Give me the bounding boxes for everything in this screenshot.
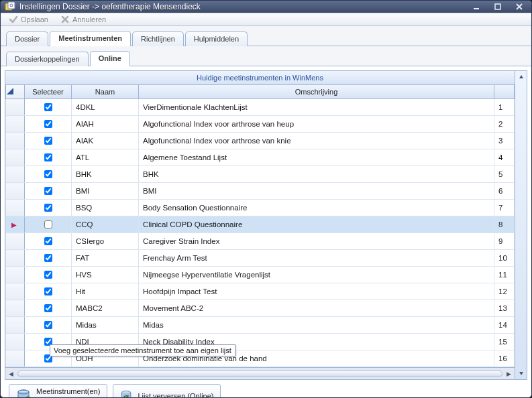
- tab-sub-online[interactable]: Online: [90, 51, 130, 66]
- name-cell: AIAK: [72, 133, 139, 149]
- index-cell: 14: [494, 317, 515, 334]
- row-indicator: [6, 116, 25, 133]
- description-cell: Movement ABC-2: [139, 300, 494, 317]
- table-row[interactable]: ▶CCQClinical COPD Questionnaire8: [6, 216, 515, 233]
- name-cell: BHK: [72, 166, 139, 183]
- row-indicator: [6, 233, 25, 250]
- app-window: Instellingen Dossier -> oefentherapie Me…: [0, 0, 532, 398]
- select-checkbox[interactable]: [44, 204, 52, 212]
- select-cell[interactable]: [25, 133, 72, 149]
- select-cell[interactable]: [25, 267, 72, 283]
- tab-main-meetinstrumenten[interactable]: Meetinstrumenten: [50, 31, 131, 46]
- row-indicator: [6, 149, 25, 166]
- row-indicator: [6, 133, 25, 149]
- grid-container: Huidige meetinstrumenten in WinMens Sele…: [5, 70, 527, 380]
- scroll-up-button[interactable]: [515, 71, 527, 83]
- column-header-description[interactable]: Omschrijving: [139, 85, 494, 99]
- table-row[interactable]: MidasMidas14: [6, 317, 515, 334]
- toolbar: Opslaan Annuleren: [1, 13, 531, 26]
- name-cell: 4DKL: [72, 99, 139, 116]
- name-cell: BMI: [72, 183, 139, 200]
- add-instruments-button[interactable]: Meetinstrument(en) toevoegen: [9, 384, 107, 398]
- select-checkbox[interactable]: [44, 187, 52, 195]
- select-checkbox[interactable]: [44, 287, 52, 295]
- close-button[interactable]: [511, 1, 527, 13]
- select-checkbox[interactable]: [44, 153, 52, 161]
- description-cell: Frenchay Arm Test: [139, 250, 494, 267]
- row-indicator: [6, 183, 25, 200]
- description-cell: Caregiver Strain Index: [139, 233, 494, 250]
- table-row[interactable]: MABC2Movement ABC-213: [6, 300, 515, 317]
- table-row[interactable]: 4DKLVierDimentionale KlachtenLijst1: [6, 99, 515, 116]
- grid-title: Huidige meetinstrumenten in WinMens: [5, 71, 515, 85]
- description-cell: BMI: [139, 183, 494, 200]
- svg-rect-4: [495, 4, 500, 9]
- table-row[interactable]: AIAHAlgofunctional Index voor arthrose v…: [6, 116, 515, 133]
- select-cell[interactable]: [25, 183, 72, 200]
- tab-main-richtlijnen[interactable]: Richtlijnen: [132, 31, 184, 46]
- database-refresh-icon: [120, 389, 134, 398]
- description-cell: BHK: [139, 166, 494, 183]
- table-row[interactable]: CSIergoCaregiver Strain Index9: [6, 233, 515, 250]
- select-checkbox[interactable]: [44, 254, 52, 262]
- select-cell[interactable]: [25, 233, 72, 250]
- check-icon: [9, 15, 18, 24]
- column-header-select[interactable]: Selecteer: [25, 85, 72, 99]
- select-checkbox[interactable]: [44, 304, 52, 312]
- select-checkbox[interactable]: [44, 120, 52, 128]
- index-cell: 1: [494, 99, 515, 116]
- scroll-down-button[interactable]: [515, 367, 527, 379]
- select-cell[interactable]: [25, 300, 72, 317]
- column-header-name[interactable]: Naam: [72, 85, 139, 99]
- select-cell[interactable]: [25, 166, 72, 183]
- row-indicator: [6, 350, 25, 367]
- table-row[interactable]: HVSNijmeegse Hyperventilatie Vragenlijst…: [6, 267, 515, 283]
- scrollbar-thumb[interactable]: [17, 371, 502, 377]
- minimize-button[interactable]: [468, 1, 484, 13]
- table-row[interactable]: AIAKAlgofunctional Index voor arthrose v…: [6, 133, 515, 149]
- select-cell[interactable]: [25, 283, 72, 300]
- app-icon: [5, 1, 15, 12]
- column-header-index[interactable]: [494, 85, 515, 99]
- table-row[interactable]: BHKBHK5: [6, 166, 515, 183]
- description-cell: Midas: [139, 317, 494, 334]
- name-cell: HVS: [72, 267, 139, 283]
- description-cell: Hoofdpijn Impact Test: [139, 283, 494, 300]
- horizontal-scrollbar[interactable]: [5, 367, 515, 379]
- refresh-list-button[interactable]: Lijst verversen (Online): [113, 384, 221, 398]
- table-row[interactable]: HitHoofdpijn Impact Test12: [6, 283, 515, 300]
- table-row[interactable]: FATFrenchay Arm Test10: [6, 250, 515, 267]
- tab-main-dossier[interactable]: Dossier: [6, 31, 48, 46]
- select-checkbox[interactable]: [44, 103, 52, 111]
- maximize-button[interactable]: [490, 1, 506, 13]
- index-cell: 16: [494, 350, 515, 367]
- select-cell[interactable]: [25, 116, 72, 133]
- select-cell[interactable]: [25, 317, 72, 334]
- window-title: Instellingen Dossier -> oefentherapie Me…: [19, 2, 463, 11]
- tab-main-hulpmiddelen[interactable]: Hulpmiddelen: [185, 31, 248, 46]
- select-cell[interactable]: [25, 250, 72, 267]
- table-row[interactable]: BMIBMI6: [6, 183, 515, 200]
- tab-sub-dossierkoppelingen[interactable]: Dossierkoppelingen: [6, 52, 89, 66]
- select-checkbox[interactable]: [44, 237, 52, 245]
- select-checkbox[interactable]: [44, 137, 52, 145]
- select-checkbox[interactable]: [44, 170, 52, 178]
- table-row[interactable]: ATLAlgemene Toestand Lijst4: [6, 149, 515, 166]
- select-cell[interactable]: [25, 149, 72, 166]
- select-cell[interactable]: [25, 200, 72, 216]
- name-cell: FAT: [72, 250, 139, 267]
- select-cell[interactable]: [25, 216, 72, 233]
- save-button[interactable]: Opslaan: [6, 13, 51, 25]
- name-cell: BSQ: [72, 200, 139, 216]
- select-checkbox[interactable]: [44, 321, 52, 329]
- cancel-button[interactable]: Annuleren: [58, 13, 109, 25]
- select-checkbox[interactable]: [44, 220, 52, 228]
- cross-icon: [60, 15, 70, 24]
- select-checkbox[interactable]: [44, 271, 52, 279]
- vertical-scrollbar[interactable]: [515, 71, 527, 379]
- titlebar: Instellingen Dossier -> oefentherapie Me…: [1, 1, 531, 13]
- table-row[interactable]: BSQBody Sensation Questionnaire7: [6, 200, 515, 216]
- sub-tabstrip: DossierkoppelingenOnline: [1, 46, 531, 66]
- row-indicator-header[interactable]: [6, 85, 25, 99]
- select-cell[interactable]: [25, 99, 72, 116]
